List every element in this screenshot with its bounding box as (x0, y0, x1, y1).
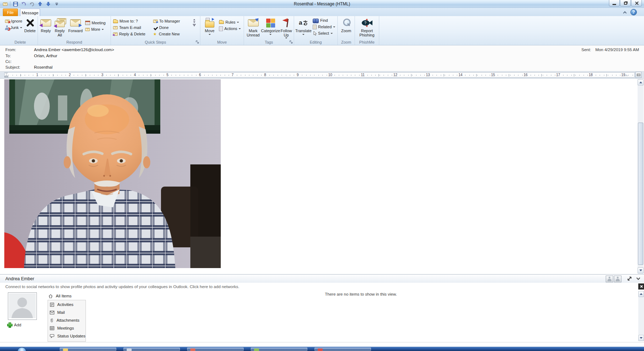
quick-steps-scroll[interactable] (191, 17, 196, 26)
help-button[interactable]: ? (630, 9, 637, 15)
people-tab-status-updates[interactable]: Status Updates (48, 332, 87, 340)
close-connect-bar-button[interactable] (638, 283, 644, 290)
reply-button[interactable]: Reply (39, 17, 53, 33)
quick-steps-dialog-launcher[interactable] (196, 40, 199, 44)
window-controls (609, 0, 642, 6)
dropdown-arrow-icon (302, 34, 304, 35)
translate-button[interactable]: a Translate (295, 17, 312, 35)
social-connect-bar[interactable]: Connect to social networks to show profi… (0, 283, 644, 290)
categorize-button[interactable]: Categorize (261, 17, 280, 35)
close-button[interactable] (631, 0, 642, 6)
taskbar-button[interactable] (60, 347, 116, 351)
ribbon-group-editing: a Translate Find Related (294, 16, 338, 45)
report-phishing-fish-icon: ? (361, 19, 373, 27)
ruler-number: 10 (328, 73, 333, 77)
people-tab-attachments[interactable]: Attachments (48, 316, 87, 324)
quick-step-create-new-button[interactable]: Create New (152, 31, 191, 37)
blue-arrow-icon (255, 17, 259, 21)
body-scrollbar[interactable] (638, 79, 644, 274)
left-indent-marker[interactable] (5, 76, 8, 78)
restore-button[interactable] (620, 0, 631, 6)
collapse-people-pane-button[interactable] (636, 277, 640, 280)
ruler-number: 9 (295, 73, 300, 77)
taskbar-button[interactable] (314, 347, 371, 351)
quick-step-to-manager-button[interactable]: To Manager (152, 18, 191, 24)
quick-step-done-button[interactable]: Done (152, 25, 191, 30)
mark-unread-button[interactable]: Mark Unread (245, 17, 261, 37)
tab-file[interactable]: File (3, 9, 18, 16)
contact-photo-button[interactable] (614, 276, 621, 282)
app-icon (318, 348, 323, 351)
people-pane-header[interactable]: Andrea Ember (0, 274, 644, 283)
group-label-phishme: PhishMe (355, 40, 379, 44)
contact-photo-icon (608, 277, 611, 281)
junk-button[interactable]: Junk (4, 25, 23, 30)
contact-avatar[interactable] (8, 292, 37, 320)
forward-button[interactable]: Forward (67, 17, 84, 33)
taskbar-button[interactable] (251, 347, 307, 351)
header-row-sent: Sent: Mon 4/29/2019 9:55 AM (581, 48, 639, 52)
scroll-down-button[interactable] (638, 267, 644, 273)
dialog-launcher-icon (196, 40, 199, 44)
header-row-to: To: Orlan, Arthur (5, 54, 57, 58)
zoom-button[interactable]: Zoom (339, 17, 353, 33)
people-tab-all-items[interactable]: All Items (47, 292, 89, 300)
minimize-ribbon-button[interactable] (622, 10, 628, 15)
people-tab-activities[interactable]: Activities (48, 301, 87, 308)
avatar-silhouette-icon (9, 293, 36, 318)
reply-all-button[interactable]: Reply All (53, 17, 67, 37)
from-value[interactable]: Andrea Ember <awember126@icloud.com> (34, 48, 114, 52)
blue-arrow-icon (156, 21, 158, 23)
ribbon-group-phishme: ? Report Phishing PhishMe (355, 16, 379, 45)
scroll-up-button[interactable] (638, 79, 644, 85)
ruler-toggle-button[interactable] (635, 72, 641, 78)
move-button[interactable]: Move (201, 17, 218, 35)
chevron-up-icon (623, 11, 626, 15)
ignore-button[interactable]: Ignore (4, 18, 23, 24)
start-button[interactable] (17, 347, 26, 351)
scroll-down-icon (639, 270, 642, 271)
actions-button[interactable]: Actions (218, 26, 242, 31)
scroll-up-button[interactable] (638, 291, 644, 297)
reply-all-icon (55, 21, 65, 27)
social-connect-text[interactable]: Connect to social networks to show profi… (5, 285, 239, 289)
expand-people-pane-button[interactable] (627, 276, 632, 281)
ruler-number: 3 (100, 73, 105, 77)
status-bubble-icon (50, 334, 54, 338)
report-phishing-button[interactable]: ? Report Phishing (356, 17, 378, 37)
to-manager-icon (153, 20, 158, 23)
tab-message[interactable]: Message (20, 9, 40, 16)
add-contact-picture-button[interactable]: Add (7, 322, 21, 327)
quick-step-reply-delete-button[interactable]: Reply & Delete (112, 31, 152, 37)
quick-step-team-email-button[interactable]: Team E-mail (112, 25, 152, 30)
select-button[interactable]: Select (312, 30, 336, 36)
group-label-zoom: Zoom (338, 40, 355, 44)
people-tab-mail[interactable]: Mail (48, 308, 87, 316)
delete-button[interactable]: Delete (23, 17, 36, 33)
to-label: To: (5, 54, 34, 58)
rules-button[interactable]: Rules (218, 19, 242, 25)
ruler[interactable]: 1 2 3 4 5 6 7 8 9 10 11 12 13 14 15 16 1… (4, 72, 635, 78)
scroll-down-button[interactable] (638, 335, 644, 341)
taskbar-button[interactable] (123, 347, 180, 351)
related-button[interactable]: Related (312, 24, 336, 30)
follow-up-button[interactable]: Follow Up (280, 17, 293, 39)
scrollbar-thumb[interactable] (638, 123, 643, 265)
close-icon (640, 285, 643, 288)
to-value[interactable]: Orlan, Arthur (34, 54, 57, 58)
tags-dialog-launcher[interactable] (289, 40, 293, 44)
taskbar-button[interactable] (187, 347, 244, 351)
meeting-button[interactable]: Meeting (84, 20, 107, 26)
contact-photo-button[interactable] (606, 276, 613, 282)
message-body[interactable] (0, 79, 638, 274)
more-respond-button[interactable]: More (84, 26, 107, 32)
people-tab-meetings[interactable]: Meetings (48, 324, 87, 332)
minimize-button[interactable] (609, 0, 620, 6)
ruler-bar: 1 2 3 4 5 6 7 8 9 10 11 12 13 14 15 16 1… (0, 71, 644, 79)
ribbon-group-delete: Ignore Junk Delete Delete (3, 16, 38, 45)
right-indent-marker[interactable] (625, 74, 628, 76)
quick-step-move-to-button[interactable]: Move to: ? (112, 18, 152, 24)
dropdown-arrow-icon (237, 22, 239, 23)
find-button[interactable]: Find (312, 18, 336, 23)
people-pane-scrollbar[interactable] (638, 291, 644, 341)
